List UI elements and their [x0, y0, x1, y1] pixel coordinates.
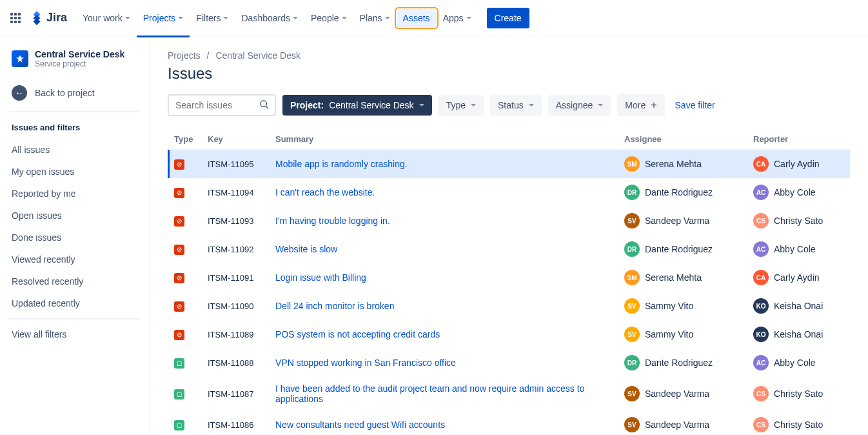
sidebar-filter-my-open-issues[interactable]: My open issues	[6, 161, 143, 183]
issue-summary-link[interactable]: POS system is not accepting credit cards	[275, 329, 440, 339]
issue-key: ITSM-11094	[201, 178, 269, 207]
col-header-reporter[interactable]: Reporter	[747, 129, 850, 150]
avatar: SV	[624, 213, 640, 228]
plus-icon: +	[651, 99, 656, 111]
search-box	[168, 94, 276, 116]
jira-logo[interactable]: Jira	[30, 11, 67, 25]
avatar: CS	[753, 417, 769, 432]
create-button[interactable]: Create	[487, 8, 529, 28]
sidebar-filter-updated-recently[interactable]: Updated recently	[6, 292, 143, 314]
nav-item-people[interactable]: People	[304, 9, 353, 27]
sidebar-filter-viewed-recently[interactable]: Viewed recently	[6, 248, 143, 270]
table-row[interactable]: ITSM-11087I have been added to the audit…	[168, 377, 850, 410]
breadcrumb-separator: /	[207, 50, 210, 61]
nav-items: Your workProjectsFiltersDashboardsPeople…	[76, 9, 478, 27]
assignee-name: Sammy Vito	[645, 329, 693, 339]
issue-summary-link[interactable]: Website is slow	[275, 244, 337, 254]
assignee-cell: SVSammy Vito	[624, 327, 740, 342]
avatar: AC	[753, 185, 769, 200]
svg-point-0	[261, 101, 266, 106]
assignee-name: Serena Mehta	[645, 272, 702, 283]
avatar: SM	[624, 270, 640, 285]
avatar: CS	[753, 386, 769, 401]
app-switcher-icon[interactable]	[8, 10, 23, 26]
issue-summary-link[interactable]: New consultants need guest Wifi accounts	[275, 420, 445, 430]
col-header-key[interactable]: Key	[201, 129, 269, 150]
issue-summary-link[interactable]: Dell 24 inch monitor is broken	[275, 301, 394, 311]
request-type-icon	[174, 389, 184, 400]
reporter-cell: ACAbby Cole	[753, 185, 843, 200]
view-all-filters-link[interactable]: View all filters	[6, 323, 143, 345]
issue-summary-link[interactable]: I can't reach the website.	[275, 187, 375, 197]
col-header-summary[interactable]: Summary	[269, 129, 618, 150]
incident-type-icon	[174, 188, 184, 198]
nav-item-projects[interactable]: Projects	[137, 9, 190, 27]
avatar: DR	[624, 185, 640, 200]
assignee-cell: SVSandeep Varma	[624, 213, 740, 228]
sidebar-filter-open-issues[interactable]: Open issues	[6, 205, 143, 227]
table-row[interactable]: ITSM-11089POS system is not accepting cr…	[168, 320, 850, 349]
assignee-cell: DRDante Rodriguez	[624, 355, 740, 370]
issue-summary-link[interactable]: I'm having trouble logging in.	[275, 216, 390, 226]
nav-item-your-work[interactable]: Your work	[76, 9, 137, 27]
avatar: AC	[753, 241, 769, 257]
nav-item-assets[interactable]: Assets	[397, 9, 437, 27]
save-filter-link[interactable]: Save filter	[675, 100, 715, 110]
breadcrumb-projects[interactable]: Projects	[168, 50, 201, 61]
nav-item-dashboards[interactable]: Dashboards	[235, 9, 304, 27]
chevron-down-icon	[125, 17, 130, 19]
issue-summary-link[interactable]: Mobile app is randomly crashing.	[275, 159, 408, 169]
sidebar: Central Service Desk Service project ← B…	[0, 36, 150, 435]
assignee-name: Dante Rodriguez	[645, 244, 713, 254]
table-row[interactable]: ITSM-11090Dell 24 inch monitor is broken…	[168, 292, 850, 320]
assignee-cell: SVSammy Vito	[624, 298, 740, 314]
reporter-name: Carly Aydin	[774, 272, 820, 283]
nav-item-plans[interactable]: Plans	[353, 9, 397, 27]
assignee-cell: SVSandeep Varma	[624, 386, 740, 401]
divider	[9, 318, 140, 319]
issue-summary-link[interactable]: VPN stopped working in San Francisco off…	[275, 358, 456, 368]
nav-item-filters[interactable]: Filters	[190, 9, 235, 27]
table-row[interactable]: ITSM-11088VPN stopped working in San Fra…	[168, 349, 850, 377]
table-row[interactable]: ITSM-11092Website is slowDRDante Rodrigu…	[168, 235, 850, 263]
sidebar-filter-reported-by-me[interactable]: Reported by me	[6, 183, 143, 205]
back-to-project-link[interactable]: ← Back to project	[6, 79, 143, 107]
jira-icon	[30, 11, 44, 25]
table-row[interactable]: ITSM-11093I'm having trouble logging in.…	[168, 207, 850, 235]
assignee-name: Serena Mehta	[645, 159, 702, 169]
avatar: CS	[753, 213, 769, 228]
issue-summary-link[interactable]: Login issue with Billing	[275, 272, 366, 283]
nav-item-apps[interactable]: Apps	[437, 9, 478, 27]
sidebar-project-header[interactable]: Central Service Desk Service project	[6, 49, 143, 68]
svg-line-1	[266, 106, 268, 108]
issue-summary-link[interactable]: I have been added to the audit project t…	[275, 383, 584, 404]
table-row[interactable]: ITSM-11094I can't reach the website.DRDa…	[168, 178, 850, 207]
sidebar-filter-all-issues[interactable]: All issues	[6, 139, 143, 161]
col-header-assignee[interactable]: Assignee	[618, 129, 747, 150]
sidebar-filter-done-issues[interactable]: Done issues	[6, 227, 143, 248]
col-header-type[interactable]: Type	[168, 129, 201, 150]
project-filter-pill[interactable]: Project: Central Service Desk	[282, 95, 432, 116]
status-filter-pill[interactable]: Status	[490, 95, 542, 116]
incident-type-icon	[174, 245, 184, 255]
incident-type-icon	[174, 216, 184, 227]
back-arrow-icon: ←	[12, 85, 27, 101]
jira-logo-text: Jira	[46, 11, 67, 25]
chevron-down-icon	[529, 104, 534, 106]
table-row[interactable]: ITSM-11095Mobile app is randomly crashin…	[168, 150, 850, 179]
sidebar-filter-resolved-recently[interactable]: Resolved recently	[6, 270, 143, 292]
search-icon	[259, 99, 270, 112]
assignee-cell: DRDante Rodriguez	[624, 241, 740, 257]
type-filter-pill[interactable]: Type	[439, 95, 484, 116]
issue-key: ITSM-11095	[201, 150, 269, 179]
reporter-cell: KOKeisha Onai	[753, 298, 843, 314]
reporter-cell: ACAbby Cole	[753, 241, 843, 257]
reporter-name: Keisha Onai	[774, 301, 823, 311]
avatar: DR	[624, 241, 640, 257]
assignee-filter-pill[interactable]: Assignee	[548, 95, 611, 116]
breadcrumb-project[interactable]: Central Service Desk	[215, 50, 301, 61]
more-filter-pill[interactable]: More+	[617, 94, 664, 116]
chevron-down-icon	[342, 17, 347, 19]
table-row[interactable]: ITSM-11091Login issue with BillingSMSere…	[168, 263, 850, 292]
table-row[interactable]: ITSM-11086New consultants need guest Wif…	[168, 410, 850, 435]
